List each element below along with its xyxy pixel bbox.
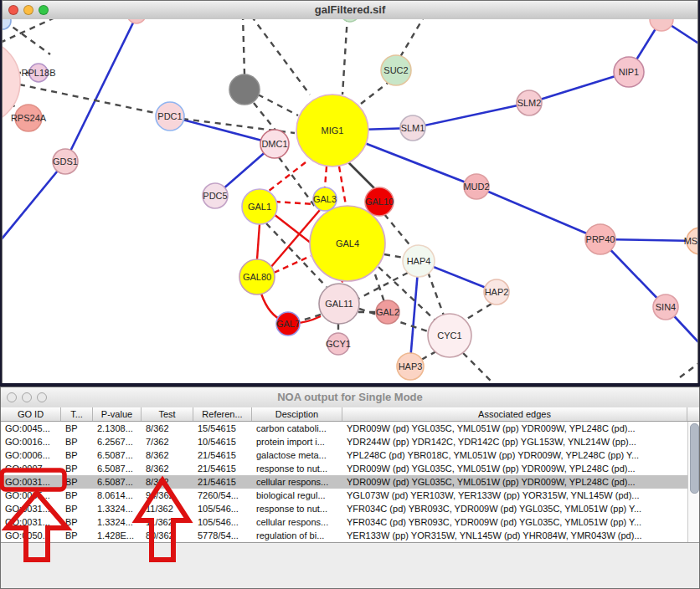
- table-row[interactable]: GO:0065...BP8.0614...94/3627260/54...bio…: [1, 489, 699, 502]
- node-clipped-corner[interactable]: [3, 19, 11, 29]
- node-label-gal3: GAL3: [313, 194, 337, 204]
- node-label-mud2: MUD2: [463, 182, 489, 192]
- node-label-hap2: HAP2: [485, 287, 509, 297]
- cell-go_id: GO:0031...: [1, 475, 61, 489]
- cell-test: 80/362: [142, 529, 193, 542]
- cell-test: 11/362: [142, 515, 193, 529]
- table-body: GO:0045...BP2.1308...8/36215/54615carbon…: [1, 422, 699, 542]
- cell-reference: 105/546...: [193, 515, 252, 529]
- node-label-gal10: GAL10: [365, 197, 394, 207]
- edge-highlight-dashed: [325, 166, 327, 187]
- cell-description: response to nut...: [252, 502, 342, 515]
- node-label-gal4: GAL4: [336, 238, 359, 248]
- cell-reference: 10/54615: [193, 435, 252, 448]
- cell-description: response to nut...: [252, 462, 342, 475]
- cell-description: cellular respons...: [252, 475, 342, 489]
- table-row-selected[interactable]: GO:0031...BP6.5087...8/36221/54615cellul…: [1, 475, 699, 489]
- node-label-rpl18b: RPL18B: [22, 68, 56, 78]
- column-header-test[interactable]: Test: [142, 407, 193, 421]
- table-row[interactable]: GO:0050...BP1.428E...80/3625778/54...reg…: [1, 529, 699, 542]
- cell-description: regulation of bi...: [252, 529, 342, 542]
- node-label-dmc1: DMC1: [261, 139, 287, 149]
- cell-type: BP: [61, 515, 93, 529]
- network-canvas[interactable]: RPL18BRPS24AGDS1PDC1MIG1DMC1SUC2SLM1SLM2…: [3, 19, 697, 383]
- cell-edges: YPL248C (pd) YBR018C, YML051W (pp) YDR00…: [342, 448, 687, 462]
- node-label-gal1: GAL1: [248, 202, 271, 212]
- node-label-gds1: GDS1: [53, 156, 78, 166]
- cell-p_value: 6.5087...: [93, 475, 142, 489]
- cell-edges: YFR034C (pd) YBR093C, YDR009W (pd) YGL03…: [342, 502, 687, 515]
- cell-go_id: GO:0045...: [1, 422, 61, 435]
- column-header-edges[interactable]: Associated edges: [342, 407, 687, 421]
- node-label-gal2: GAL2: [376, 307, 399, 317]
- cell-description: cellular respons...: [252, 515, 342, 529]
- cell-reference: 21/54615: [193, 475, 252, 489]
- vertical-scrollbar[interactable]: [687, 422, 699, 542]
- column-header-go_id[interactable]: GO ID: [1, 407, 61, 421]
- cell-p_value: 1.3324...: [93, 515, 142, 529]
- cell-go_id: GO:0065...: [1, 489, 61, 502]
- table-row[interactable]: GO:0007...BP6.5087...8/36221/54615respon…: [1, 462, 699, 475]
- cell-type: BP: [61, 489, 93, 502]
- table-row[interactable]: GO:0031...BP1.3324...11/362105/546...cel…: [1, 515, 699, 529]
- cell-test: 8/362: [142, 462, 193, 475]
- column-header-description[interactable]: Desciption: [252, 407, 342, 421]
- node-label-slm1: SLM1: [401, 123, 425, 133]
- cell-go_id: GO:0007...: [1, 462, 61, 475]
- table-header-row: GO IDT...P-valueTestReferen...Desciption…: [1, 407, 699, 422]
- table-row[interactable]: GO:0016...BP6.2567...7/36210/54615protei…: [1, 435, 699, 448]
- node-label-gal80: GAL80: [243, 272, 271, 282]
- graph-window-titlebar[interactable]: galFiltered.sif: [3, 1, 697, 20]
- table-row[interactable]: GO:0045...BP2.1308...8/36215/54615carbon…: [1, 422, 699, 435]
- cell-p_value: 2.1308...: [93, 422, 142, 435]
- cell-go_id: GO:0050...: [1, 529, 61, 542]
- cell-reference: 105/546...: [193, 502, 252, 515]
- cell-p_value: 6.5087...: [93, 448, 142, 462]
- graph-window-title: galFiltered.sif: [3, 3, 697, 16]
- cell-p_value: 6.5087...: [93, 462, 142, 475]
- cell-type: BP: [61, 462, 93, 475]
- column-header-reference[interactable]: Referen...: [193, 407, 252, 421]
- edge-pd: [342, 19, 347, 95]
- cell-edges: YER133W (pp) YOR315W, YNL145W (pd) YHR08…: [342, 529, 687, 542]
- noa-window-titlebar[interactable]: NOA output for Single Mode: [1, 387, 699, 408]
- cell-reference: 7260/54...: [193, 489, 252, 502]
- table-row[interactable]: GO:0031...BP1.3324...11/362105/546...res…: [1, 502, 699, 515]
- cell-reference: 5778/54...: [193, 529, 252, 542]
- cell-go_id: GO:0016...: [1, 435, 61, 448]
- edge-pd: [279, 157, 316, 207]
- scrollbar-thumb[interactable]: [690, 423, 699, 494]
- cell-p_value: 1.3324...: [93, 502, 142, 515]
- cell-description: biological regul...: [252, 489, 342, 502]
- node-label-cyc1: CYC1: [437, 330, 461, 341]
- node-clipped-top2[interactable]: [341, 19, 359, 22]
- edge-pd: [384, 254, 404, 258]
- node-label-gal11: GAL11: [325, 299, 353, 309]
- cell-test: 8/362: [142, 422, 193, 435]
- noa-output-window: NOA output for Single Mode GO IDT...P-va…: [0, 387, 700, 589]
- edge-pd: [428, 272, 444, 315]
- node-label-rps24a: RPS24A: [11, 113, 47, 123]
- node-gray[interactable]: [229, 74, 260, 105]
- results-table: GO IDT...P-valueTestReferen...Desciption…: [1, 407, 699, 543]
- table-row[interactable]: GO:0006...BP6.5087...8/36221/54615galact…: [1, 448, 699, 462]
- edge-pd: [463, 304, 492, 321]
- column-header-p_value[interactable]: P-value: [93, 407, 142, 421]
- edge-pd: [254, 103, 276, 131]
- cell-type: BP: [61, 435, 93, 448]
- cell-edges: YFR034C (pd) YBR093C, YDR009W (pd) YGL03…: [342, 515, 687, 529]
- edge-solid: [347, 161, 377, 191]
- node-label-nip1: NIP1: [619, 67, 639, 77]
- node-label-pdc1: PDC1: [157, 111, 182, 121]
- column-header-type[interactable]: T...: [61, 407, 93, 421]
- cell-edges: YDR009W (pd) YGL035C, YML051W (pp) YDR00…: [342, 422, 687, 435]
- edge-pd: [463, 353, 494, 383]
- edge-pd: [680, 362, 697, 377]
- cell-reference: 15/54615: [193, 422, 252, 435]
- node-clipped-top1[interactable]: [127, 19, 146, 23]
- cell-p_value: 6.2567...: [93, 435, 142, 448]
- edge-highlight: [257, 224, 260, 259]
- edge-pd: [251, 19, 310, 95]
- node-clipped-topright[interactable]: [650, 19, 673, 31]
- edge-pd: [384, 214, 412, 248]
